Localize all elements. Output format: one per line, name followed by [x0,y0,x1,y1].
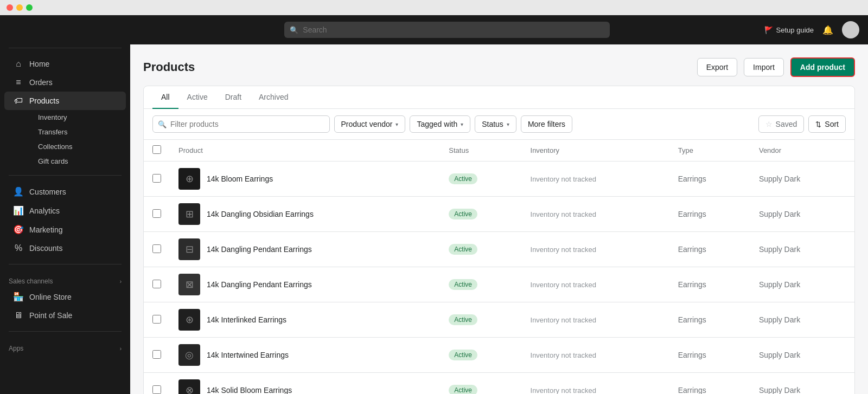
import-button[interactable]: Import [744,58,784,76]
tab-all[interactable]: All [152,86,178,109]
row-checkbox-7[interactable] [152,385,161,394]
select-all-checkbox[interactable] [152,145,161,154]
table-row[interactable]: ⊟ 14k Dangling Pendant Earrings Active I… [144,232,854,267]
table-row[interactable]: ⊠ 14k Dangling Pendant Earrings Active I… [144,267,854,302]
export-button[interactable]: Export [697,58,737,76]
table-row[interactable]: ⊕ 14k Bloom Earrings Active Inventory no… [144,162,854,197]
status-cell: Active [440,232,521,267]
row-checkbox-3[interactable] [152,244,161,253]
filter-search-input[interactable] [152,115,330,133]
marketing-icon: 🎯 [13,224,24,235]
page-body: Products Export Import Add product All A… [143,57,855,394]
sidebar-item-home[interactable]: ⌂ Home [4,55,126,73]
sidebar-item-point-of-sale[interactable]: 🖥 Point of Sale [4,306,126,325]
vendor-cell: Supply Dark [750,232,854,267]
product-cell: ⊞ 14k Dangling Obsidian Earrings [170,197,440,232]
sort-button[interactable]: ⇅ Sort [808,115,846,133]
product-name: 14k Intertwined Earrings [207,351,289,359]
sidebar-item-orders[interactable]: ≡ Orders [4,73,126,92]
tab-draft[interactable]: Draft [216,86,250,109]
row-checkbox-cell [144,162,170,197]
minimize-button[interactable] [16,4,23,11]
product-cell: ⊛ 14k Interlinked Earrings [170,302,440,338]
apps-chevron: › [120,346,122,352]
sidebar-label-marketing: Marketing [29,225,62,234]
inventory-cell: Inventory not tracked [522,373,669,395]
tagged-with-filter[interactable]: Tagged with ▾ [410,115,470,133]
sidebar-item-marketing[interactable]: 🎯 Marketing [4,220,126,239]
add-product-button[interactable]: Add product [790,57,855,77]
setup-guide-button[interactable]: 🚩 Setup guide [764,26,814,34]
tab-archived[interactable]: Archived [250,86,297,109]
bell-icon[interactable]: 🔔 [822,25,833,35]
vendor-value: Supply Dark [759,210,800,218]
status-badge: Active [449,244,477,255]
product-name: 14k Dangling Pendant Earrings [207,245,312,254]
row-checkbox-1[interactable] [152,174,161,183]
inventory-cell: Inventory not tracked [522,232,669,267]
status-cell: Active [440,197,521,232]
type-value: Earrings [678,351,706,359]
inventory-value: Inventory not tracked [531,246,596,254]
apps-label: Apps › [0,338,130,354]
product-vendor-filter[interactable]: Product vendor ▾ [334,115,406,133]
maximize-button[interactable] [26,4,33,11]
table-row[interactable]: ⊛ 14k Interlinked Earrings Active Invent… [144,302,854,338]
status-cell: Active [440,162,521,197]
row-checkbox-cell [144,302,170,338]
saved-filter-button[interactable]: ☆ Saved [758,115,805,133]
table-row[interactable]: ◎ 14k Intertwined Earrings Active Invent… [144,338,854,373]
online-store-icon: 🏪 [13,292,24,302]
sidebar-item-collections[interactable]: Collections [29,139,126,154]
table-row[interactable]: ⊞ 14k Dangling Obsidian Earrings Active … [144,197,854,232]
status-cell: Active [440,338,521,373]
row-checkbox-2[interactable] [152,209,161,218]
discounts-icon: % [13,243,24,253]
sidebar-item-online-store[interactable]: 🏪 Online Store [4,287,126,306]
sidebar-item-discounts[interactable]: % Discounts [4,239,126,257]
table-row[interactable]: ⊗ 14k Solid Bloom Earrings Active Invent… [144,373,854,395]
sidebar-item-inventory[interactable]: Inventory [29,110,126,125]
sidebar-item-customers[interactable]: 👤 Customers [4,182,126,201]
type-cell: Earrings [669,197,750,232]
header-actions: Export Import Add product [697,57,855,77]
product-name: 14k Bloom Earrings [207,175,273,183]
close-button[interactable] [7,4,13,11]
sidebar-item-analytics[interactable]: 📊 Analytics [4,201,126,220]
type-cell: Earrings [669,267,750,302]
vendor-value: Supply Dark [759,245,800,254]
tab-active[interactable]: Active [178,86,216,109]
status-badge: Active [449,173,477,184]
status-cell: Active [440,267,521,302]
tagged-with-chevron: ▾ [461,121,463,127]
divider-4 [9,331,122,332]
inventory-cell: Inventory not tracked [522,267,669,302]
products-card: All Active Draft Archived 🔍 [143,86,855,394]
product-name: 14k Solid Bloom Earrings [207,386,292,394]
filter-search-container: 🔍 [152,115,330,133]
topbar-search-input[interactable] [284,22,610,38]
row-checkbox-5[interactable] [152,315,161,324]
sidebar-item-gift-cards[interactable]: Gift cards [29,154,126,169]
more-filters-button[interactable]: More filters [521,115,572,133]
user-avatar[interactable] [842,21,859,38]
divider-2 [9,175,122,176]
main-nav: ⌂ Home ≡ Orders 🏷 Products Inventory Tra… [0,53,130,171]
type-value: Earrings [678,280,706,289]
sidebar-item-products[interactable]: 🏷 Products [4,92,126,110]
row-checkbox-6[interactable] [152,350,161,359]
th-status: Status [440,140,521,162]
product-vendor-chevron: ▾ [395,121,398,127]
product-thumbnail: ◎ [178,344,200,366]
product-name: 14k Dangling Obsidian Earrings [207,210,314,218]
select-all-header [144,140,170,162]
products-table: Product Status Inventory Type [144,140,854,394]
row-checkbox-cell [144,197,170,232]
sidebar-label-discounts: Discounts [29,244,62,253]
status-filter[interactable]: Status ▾ [475,115,516,133]
sidebar-item-transfers[interactable]: Transfers [29,125,126,139]
row-checkbox-4[interactable] [152,280,161,288]
type-cell: Earrings [669,302,750,338]
topbar-search-icon: 🔍 [290,26,298,34]
home-icon: ⌂ [13,59,24,69]
